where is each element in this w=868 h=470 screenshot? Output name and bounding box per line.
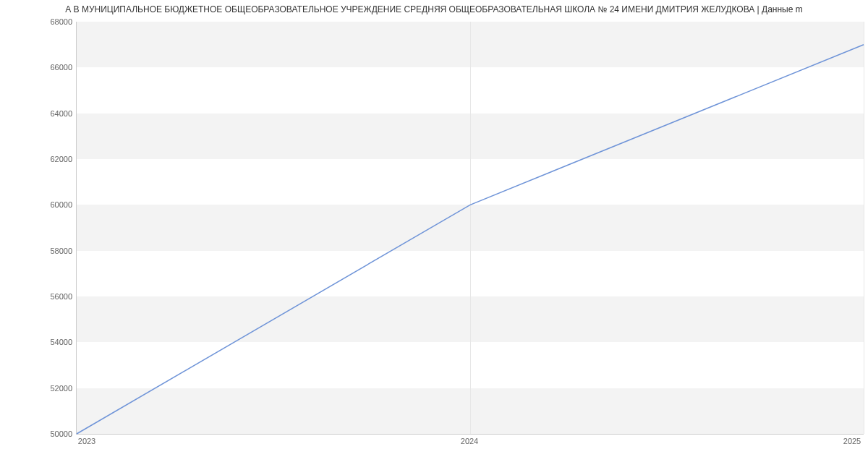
chart-title: А В МУНИЦИПАЛЬНОЕ БЮДЖЕТНОЕ ОБЩЕОБРАЗОВА… (0, 4, 868, 14)
y-tick-label: 62000 (7, 155, 72, 163)
x-gridline (864, 22, 864, 434)
y-tick-label: 64000 (7, 109, 72, 118)
y-tick-label: 58000 (7, 247, 72, 255)
y-tick-label: 52000 (7, 384, 72, 393)
y-tick-label: 66000 (7, 63, 72, 72)
plot-area (76, 22, 864, 435)
y-tick-label: 54000 (7, 338, 72, 346)
y-tick-label: 60000 (7, 200, 72, 209)
data-line (77, 22, 864, 434)
y-tick-label: 50000 (7, 430, 72, 438)
line-chart: А В МУНИЦИПАЛЬНОЕ БЮДЖЕТНОЕ ОБЩЕОБРАЗОВА… (0, 0, 868, 470)
x-tick-label: 2023 (78, 437, 95, 445)
y-tick-label: 56000 (7, 292, 72, 301)
y-tick-label: 68000 (7, 17, 72, 26)
x-tick-label: 2025 (843, 437, 861, 445)
x-tick-label: 2024 (461, 437, 478, 445)
